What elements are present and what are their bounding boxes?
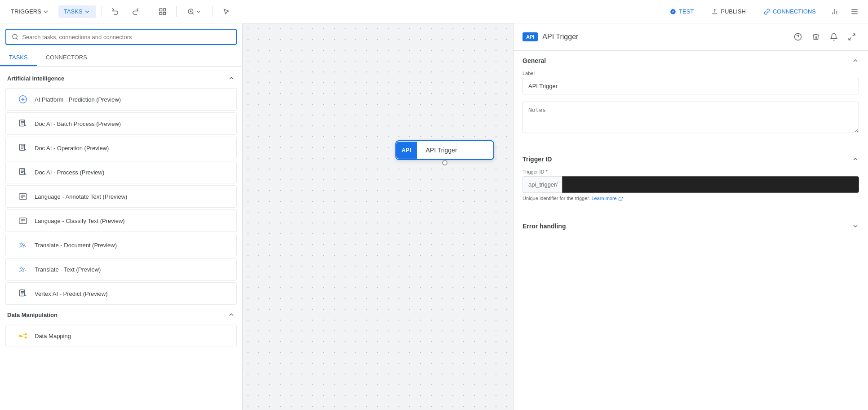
doc-ai-process-icon: [17, 166, 29, 178]
tab-tasks[interactable]: TASKS: [0, 49, 37, 66]
task-item-language-annotate[interactable]: Language - Annotate Text (Preview): [5, 185, 237, 208]
label-field: Label: [523, 71, 859, 94]
tasks-dropdown-icon: [84, 8, 91, 15]
general-section-content: Label: [514, 71, 868, 149]
publish-button[interactable]: PUBLISH: [704, 5, 753, 18]
trigger-id-section-header[interactable]: Trigger ID: [514, 149, 868, 169]
task-label-translate-text: Translate - Text (Preview): [35, 266, 101, 273]
trigger-id-input[interactable]: [562, 176, 859, 193]
tasks-button[interactable]: TASKS: [58, 5, 96, 18]
left-panel: TASKS CONNECTORS Artificial Intelligence: [0, 23, 243, 410]
svg-line-51: [21, 334, 25, 335]
tabs-row: TASKS CONNECTORS: [0, 49, 242, 67]
canvas-area[interactable]: API API Trigger: [243, 23, 513, 410]
svg-rect-1: [163, 9, 165, 11]
toolbar: TRIGGERS TASKS TEST PUBLISH: [0, 0, 868, 23]
right-panel-badge: API: [523, 32, 538, 41]
help-button[interactable]: [791, 30, 805, 44]
category-ai-chevron: [228, 75, 235, 82]
separator-2: [149, 6, 149, 17]
triggers-button[interactable]: TRIGGERS: [5, 5, 55, 18]
task-item-vertex-ai[interactable]: Vertex AI - Predict (Preview): [5, 282, 237, 305]
svg-rect-23: [21, 124, 23, 124]
task-label-ai-platform: AI Platform - Prediction (Preview): [35, 96, 121, 103]
svg-rect-3: [163, 12, 165, 14]
trigger-id-section-title: Trigger ID: [523, 156, 552, 163]
search-input[interactable]: [22, 34, 230, 40]
help-text-label: Unique identifier for the trigger.: [523, 196, 590, 201]
svg-line-5: [192, 13, 194, 14]
redo-button[interactable]: [127, 4, 143, 20]
tasks-label: TASKS: [64, 8, 83, 15]
category-ai-label: Artificial Intelligence: [7, 75, 64, 82]
connections-button[interactable]: CONNECTIONS: [757, 5, 823, 18]
category-data-label: Data Manipulation: [7, 312, 58, 318]
category-data-header[interactable]: Data Manipulation: [0, 307, 242, 323]
task-item-language-classify[interactable]: Language - Classify Text (Preview): [5, 209, 237, 232]
svg-line-55: [853, 34, 855, 36]
translate-doc-icon: 文 A: [17, 239, 29, 251]
svg-rect-46: [21, 292, 24, 293]
zoom-dropdown-icon: [195, 9, 202, 15]
task-item-doc-ai-batch[interactable]: Doc AI - Batch Process (Preview): [5, 112, 237, 135]
task-item-doc-ai-operation[interactable]: Doc AI - Operation (Preview): [5, 137, 237, 159]
menu-button[interactable]: [846, 4, 863, 20]
svg-rect-45: [21, 291, 24, 292]
test-play-icon: [670, 9, 676, 15]
task-item-data-mapping[interactable]: Data Mapping: [5, 325, 237, 347]
task-item-translate-doc[interactable]: 文 A Translate - Document (Preview): [5, 234, 237, 256]
svg-rect-25: [21, 146, 24, 146]
learn-more-link[interactable]: Learn more: [591, 196, 623, 201]
right-panel: API API Trigger General: [513, 23, 868, 410]
undo-button[interactable]: [107, 4, 124, 20]
task-item-translate-text[interactable]: 文 A Translate - Text (Preview): [5, 258, 237, 281]
bell-button[interactable]: [827, 30, 841, 44]
external-link-icon: [618, 196, 623, 201]
svg-line-57: [620, 197, 622, 199]
test-button[interactable]: TEST: [663, 5, 701, 18]
trigger-id-label: Trigger ID *: [523, 169, 859, 174]
expand-icon: [848, 33, 856, 41]
task-item-doc-ai-process[interactable]: Doc AI - Process (Preview): [5, 161, 237, 183]
zoom-button[interactable]: [182, 5, 207, 18]
redo-icon: [131, 8, 139, 16]
svg-line-52: [21, 336, 25, 337]
menu-icon: [850, 8, 859, 16]
trigger-id-row: api_trigger/: [523, 176, 859, 193]
vertex-ai-icon: [17, 287, 29, 300]
api-trigger-node[interactable]: API API Trigger: [395, 140, 494, 160]
svg-line-17: [17, 38, 18, 40]
api-trigger-node-label: API Trigger: [417, 141, 466, 159]
category-ai-header[interactable]: Artificial Intelligence: [0, 70, 242, 86]
cursor-button[interactable]: [218, 4, 235, 20]
panel-header-icons: [791, 30, 859, 44]
arrange-icon: [159, 8, 167, 16]
undo-icon: [111, 8, 120, 16]
expand-button[interactable]: [845, 30, 859, 44]
analytics-button[interactable]: [827, 4, 843, 20]
svg-rect-31: [21, 172, 23, 173]
svg-rect-22: [21, 122, 24, 123]
delete-button[interactable]: [809, 30, 823, 44]
notes-textarea[interactable]: [523, 102, 859, 133]
analytics-icon: [831, 8, 839, 16]
task-label-doc-ai-process: Doc AI - Process (Preview): [35, 169, 104, 176]
arrange-button[interactable]: [155, 4, 171, 20]
tab-connectors[interactable]: CONNECTORS: [37, 49, 96, 66]
task-label-doc-ai-batch: Doc AI - Batch Process (Preview): [35, 120, 121, 127]
svg-point-16: [13, 34, 17, 39]
right-panel-header: API API Trigger: [514, 23, 868, 51]
task-label-doc-ai-operation: Doc AI - Operation (Preview): [35, 145, 109, 152]
task-item-ai-platform[interactable]: AI Platform - Prediction (Preview): [5, 88, 237, 111]
general-section-header[interactable]: General: [514, 51, 868, 71]
svg-rect-26: [21, 147, 24, 147]
error-handling-section-header[interactable]: Error handling: [514, 216, 868, 236]
api-trigger-badge: API: [396, 142, 417, 159]
data-mapping-icon: [17, 330, 29, 342]
svg-rect-30: [21, 171, 24, 171]
category-data-chevron: [228, 311, 235, 318]
task-label-vertex-ai: Vertex AI - Predict (Preview): [35, 290, 108, 297]
connections-icon: [764, 9, 770, 15]
label-field-input[interactable]: [523, 78, 859, 94]
main-layout: TASKS CONNECTORS Artificial Intelligence: [0, 23, 868, 410]
